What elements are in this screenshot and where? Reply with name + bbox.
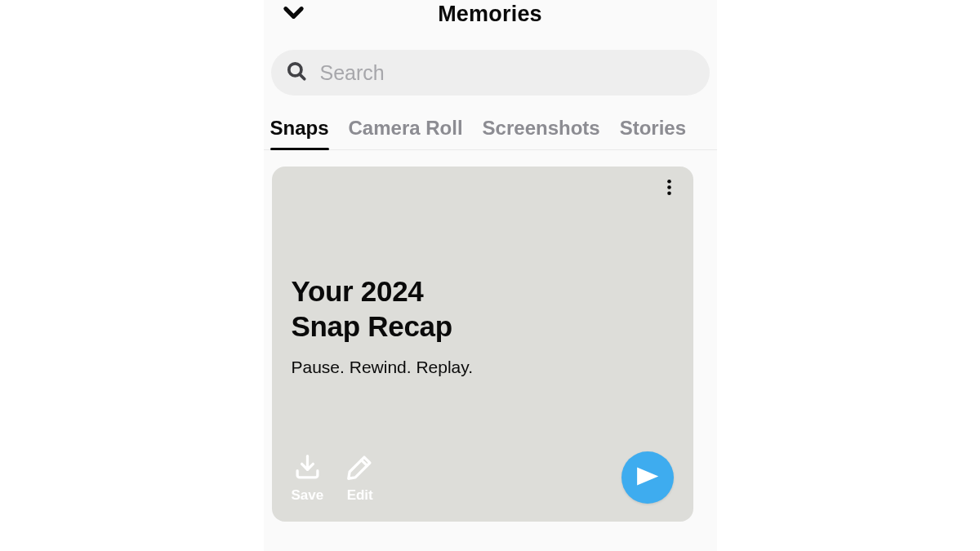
tabs-bar: Snaps Camera Roll Screenshots Stories (264, 117, 717, 150)
search-icon (286, 60, 307, 85)
svg-point-3 (667, 185, 671, 189)
recap-card[interactable]: Your 2024 Snap Recap Pause. Rewind. Repl… (272, 167, 693, 522)
edit-button[interactable]: Edit (346, 454, 373, 504)
close-chevron-button[interactable] (282, 1, 305, 28)
edit-label: Edit (347, 487, 373, 504)
header: Memories (264, 0, 717, 35)
more-options-button[interactable] (660, 178, 679, 200)
save-button[interactable]: Save (292, 454, 324, 504)
tab-camera-roll[interactable]: Camera Roll (349, 117, 463, 149)
card-title-line1: Your 2024 (292, 274, 674, 309)
chevron-down-icon (282, 13, 305, 27)
card-subtitle: Pause. Rewind. Replay. (292, 358, 674, 377)
tab-snaps[interactable]: Snaps (270, 117, 329, 149)
download-icon (294, 454, 321, 484)
send-button[interactable] (621, 451, 674, 504)
pencil-icon (346, 454, 373, 484)
left-actions: Save Edit (292, 454, 374, 504)
card-title-line2: Snap Recap (292, 309, 674, 344)
card-actions: Save Edit (292, 451, 674, 504)
tab-stories[interactable]: Stories (620, 117, 686, 149)
card-title: Your 2024 Snap Recap (292, 274, 674, 344)
save-label: Save (292, 487, 324, 504)
search-placeholder: Search (320, 61, 385, 85)
page-title: Memories (278, 2, 702, 27)
tab-screenshots[interactable]: Screenshots (483, 117, 600, 149)
search-input[interactable]: Search (271, 50, 710, 96)
card-area: Your 2024 Snap Recap Pause. Rewind. Repl… (264, 150, 717, 551)
card-body: Your 2024 Snap Recap Pause. Rewind. Repl… (292, 274, 674, 377)
send-icon (634, 463, 661, 493)
svg-line-1 (300, 74, 304, 78)
svg-point-4 (667, 191, 671, 195)
memories-screen: Memories Search Snaps Camera Roll Screen… (264, 0, 717, 551)
svg-point-2 (667, 180, 671, 184)
more-vertical-icon (660, 185, 679, 199)
